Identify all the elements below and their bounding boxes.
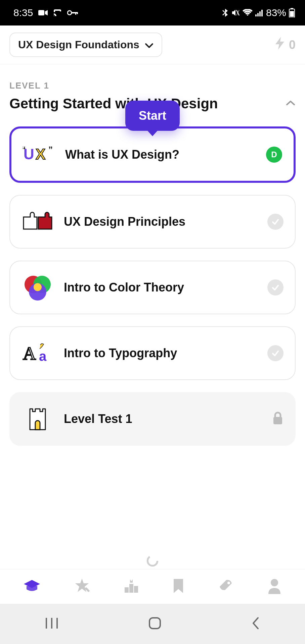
svg-point-21: [34, 283, 42, 291]
svg-point-25: [147, 556, 157, 566]
lesson-title: Intro to Typography: [64, 346, 257, 360]
lesson-title: UX Design Principles: [64, 215, 257, 229]
level-title: Getting Started with UX Design: [9, 96, 218, 112]
lesson-card-level-test[interactable]: Level Test 1: [9, 392, 296, 446]
app-header: UX Design Foundations 0: [0, 25, 305, 64]
tab-profile[interactable]: [266, 577, 282, 596]
loading-spinner: [142, 554, 163, 569]
lesson-list: U X “ ” What is UX Design? D UX Design P…: [9, 126, 296, 446]
lesson-card-principles[interactable]: UX Design Principles: [9, 195, 296, 249]
cast-icon: [53, 9, 62, 16]
wifi-icon: [243, 9, 253, 16]
lesson-title: Intro to Color Theory: [64, 280, 257, 294]
nav-recents[interactable]: [44, 616, 59, 631]
chevron-down-icon: [145, 39, 154, 51]
level-label: LEVEL 1: [9, 80, 296, 91]
difficulty-badge: D: [266, 147, 282, 163]
streak-count: 0: [289, 38, 296, 52]
puzzle-icon: [21, 209, 54, 234]
tab-bookmarks[interactable]: [172, 578, 185, 596]
svg-point-30: [227, 582, 230, 584]
svg-text:“: “: [23, 145, 26, 155]
svg-point-1: [68, 11, 72, 15]
streak-indicator[interactable]: 0: [274, 36, 296, 53]
svg-rect-9: [259, 11, 261, 16]
svg-text:A: A: [23, 343, 36, 364]
ux-icon: U X “ ”: [23, 142, 55, 167]
lesson-title: Level Test 1: [64, 412, 262, 426]
lock-icon: [272, 412, 284, 426]
start-tooltip[interactable]: Start: [125, 101, 180, 131]
status-left: 8:35: [13, 7, 78, 18]
svg-rect-27: [125, 587, 129, 593]
check-icon: [267, 279, 284, 296]
tab-learn[interactable]: [23, 579, 41, 595]
svg-rect-4: [77, 12, 78, 14]
typography-icon: A a: [21, 340, 54, 366]
android-status-bar: 8:35 83%: [0, 0, 305, 25]
svg-rect-7: [255, 14, 257, 16]
lesson-card-color-theory[interactable]: Intro to Color Theory: [9, 261, 296, 314]
lightning-icon: [274, 36, 286, 53]
svg-text:”: ”: [48, 145, 53, 155]
svg-text:X: X: [36, 146, 45, 162]
start-button[interactable]: Start: [125, 101, 180, 131]
tab-shop[interactable]: [217, 577, 234, 596]
lesson-title: What is UX Design?: [65, 148, 256, 162]
check-icon: [267, 214, 284, 230]
key-icon: [67, 10, 78, 15]
course-selector-dropdown[interactable]: UX Design Foundations: [9, 33, 162, 57]
course-title: UX Design Foundations: [18, 39, 139, 51]
cell-signal-icon: [255, 9, 263, 16]
nav-back[interactable]: [251, 616, 261, 632]
android-nav-bar: [0, 604, 305, 644]
mute-vibrate-icon: [231, 8, 240, 17]
tab-leaderboard[interactable]: [123, 577, 140, 596]
svg-rect-2: [71, 12, 77, 13]
svg-rect-28: [129, 584, 133, 593]
svg-rect-3: [75, 12, 76, 15]
status-right: 83%: [222, 7, 295, 18]
venn-color-icon: [21, 275, 54, 300]
battery-percentage: 83%: [266, 7, 286, 18]
svg-rect-13: [290, 11, 294, 17]
bottom-tab-bar: [0, 569, 305, 604]
lesson-card-typography[interactable]: A a Intro to Typography: [9, 326, 296, 380]
svg-rect-24: [273, 417, 282, 424]
nav-home[interactable]: [147, 616, 162, 632]
check-icon: [267, 345, 284, 361]
battery-icon: [289, 8, 295, 17]
svg-rect-29: [134, 586, 138, 593]
bluetooth-icon: [222, 8, 228, 17]
chevron-up-icon[interactable]: [286, 100, 296, 107]
svg-point-31: [271, 579, 278, 586]
svg-rect-10: [261, 10, 263, 16]
svg-rect-8: [257, 13, 259, 16]
castle-icon: [21, 406, 54, 432]
video-icon: [38, 9, 48, 16]
svg-text:a: a: [39, 349, 47, 364]
tab-practice[interactable]: [73, 577, 91, 596]
svg-rect-35: [149, 618, 160, 629]
svg-rect-0: [38, 10, 44, 15]
status-time: 8:35: [13, 7, 33, 18]
